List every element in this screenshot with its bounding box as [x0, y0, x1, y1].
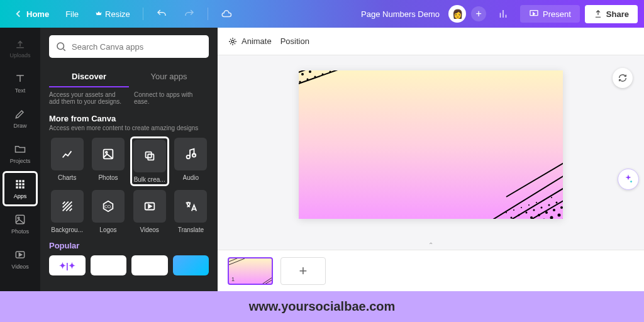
sparkle-plus-icon — [623, 174, 634, 185]
svg-point-15 — [106, 152, 108, 153]
slide-canvas[interactable] — [299, 70, 563, 219]
svg-point-87 — [521, 207, 522, 208]
folder-icon — [14, 143, 26, 155]
add-member-button[interactable]: + — [471, 6, 486, 21]
svg-point-23 — [231, 40, 234, 43]
cloud-icon — [221, 8, 232, 19]
search-input[interactable] — [72, 42, 203, 52]
svg-point-33 — [301, 73, 304, 75]
sidenav-projects[interactable]: Projects — [3, 136, 38, 171]
svg-point-13 — [57, 43, 64, 50]
app-charts[interactable]: Charts — [49, 138, 85, 185]
crown-icon — [95, 10, 103, 18]
sub-desc-left: Access your assets and add them to your … — [49, 91, 124, 105]
halftone-decoration — [450, 143, 563, 219]
popular-app-4[interactable] — [173, 255, 209, 275]
svg-point-85 — [536, 202, 537, 203]
app-logos[interactable]: CO.Logos — [90, 190, 126, 233]
popular-app-1[interactable]: ✦|✦ — [49, 255, 86, 275]
popular-app-2[interactable] — [91, 255, 127, 275]
translate-icon — [184, 199, 197, 213]
user-avatar[interactable]: 👩 — [448, 5, 466, 23]
refresh-button[interactable] — [613, 68, 633, 88]
redo-icon — [184, 8, 195, 19]
project-name[interactable]: Page Numbers Demo — [361, 9, 440, 19]
svg-point-28 — [299, 70, 299, 71]
svg-rect-8 — [19, 186, 21, 188]
side-nav: Uploads Text Draw Projects Apps Photos V… — [0, 28, 40, 291]
sidenav-text[interactable]: Text — [3, 65, 38, 101]
resize-button[interactable]: Resize — [89, 6, 136, 23]
magic-button[interactable] — [618, 169, 639, 190]
sidenav-uploads[interactable]: Uploads — [3, 30, 38, 65]
refresh-icon — [618, 73, 628, 83]
svg-point-79 — [511, 217, 513, 219]
watermark-footer: www.yoursocialbae.com — [0, 291, 644, 322]
svg-point-75 — [541, 207, 543, 209]
section-title: More from Canva — [49, 114, 209, 123]
tab-yourapps[interactable]: Your apps — [129, 67, 209, 87]
app-audio[interactable]: Audio — [173, 138, 209, 185]
svg-point-77 — [526, 212, 528, 214]
cloud-sync-button[interactable] — [214, 4, 238, 23]
upload-icon — [594, 9, 602, 18]
svg-rect-1 — [16, 180, 18, 182]
section-desc: Access even more content to create amazi… — [49, 125, 209, 131]
chart-icon — [497, 8, 509, 19]
svg-line-90 — [481, 181, 563, 219]
text-icon — [14, 72, 26, 85]
svg-point-74 — [548, 204, 550, 206]
svg-rect-9 — [22, 186, 24, 188]
popular-app-3[interactable] — [131, 255, 168, 275]
page-thumb-1[interactable]: 1 — [228, 257, 273, 285]
app-background[interactable]: Backgrou... — [49, 190, 85, 233]
svg-point-76 — [533, 209, 535, 211]
bulk-create-icon — [143, 149, 157, 163]
thumb-number: 1 — [231, 276, 235, 282]
share-button[interactable]: Share — [585, 5, 638, 23]
undo-button[interactable] — [150, 4, 174, 23]
footer-url: www.yoursocialbae.com — [249, 299, 396, 314]
svg-point-61 — [543, 219, 546, 219]
svg-rect-3 — [22, 180, 24, 182]
sidenav-videos[interactable]: Videos — [3, 242, 38, 277]
svg-line-96 — [262, 279, 273, 285]
canvas-toolbar: Animate Position — [218, 28, 644, 55]
app-videos[interactable]: Videos — [131, 190, 168, 233]
svg-line-93 — [506, 156, 563, 197]
home-button[interactable]: Home — [6, 4, 55, 23]
pencil-icon — [14, 108, 26, 120]
image-icon — [14, 213, 26, 226]
svg-line-92 — [500, 194, 563, 219]
music-note-icon — [184, 147, 197, 161]
page-expand-handle[interactable]: ⌃ — [218, 240, 644, 250]
sidenav-apps[interactable]: Apps — [3, 171, 38, 206]
file-menu[interactable]: File — [59, 6, 85, 23]
position-button[interactable]: Position — [280, 36, 309, 46]
app-photos[interactable]: Photos — [90, 138, 126, 185]
svg-rect-2 — [19, 180, 21, 182]
apps-panel: Discover Your apps Access your assets an… — [40, 28, 218, 291]
redo-button[interactable] — [177, 4, 201, 23]
sparkle-icon — [228, 36, 238, 47]
top-toolbar: Home File Resize Page Numbers Demo 👩 + P… — [0, 0, 644, 28]
app-translate[interactable]: Translate — [173, 190, 209, 233]
animate-button[interactable]: Animate — [228, 36, 272, 47]
svg-point-86 — [528, 204, 530, 206]
svg-point-88 — [513, 209, 514, 211]
halftone-decoration — [299, 70, 387, 121]
home-label: Home — [26, 9, 49, 19]
image-icon — [101, 147, 115, 161]
svg-point-73 — [556, 202, 558, 204]
present-button[interactable]: Present — [520, 5, 580, 23]
search-input-wrap[interactable] — [49, 35, 209, 58]
svg-point-54 — [562, 218, 563, 219]
page-thumbnails: 1 + — [218, 250, 644, 291]
app-bulk-create[interactable]: Bulk crea... — [130, 136, 169, 186]
add-page-button[interactable]: + — [280, 257, 326, 285]
svg-text:CO.: CO. — [104, 204, 112, 209]
sidenav-photos[interactable]: Photos — [3, 206, 38, 242]
tab-discover[interactable]: Discover — [49, 67, 129, 87]
analytics-button[interactable] — [491, 4, 515, 23]
sidenav-draw[interactable]: Draw — [3, 101, 38, 136]
